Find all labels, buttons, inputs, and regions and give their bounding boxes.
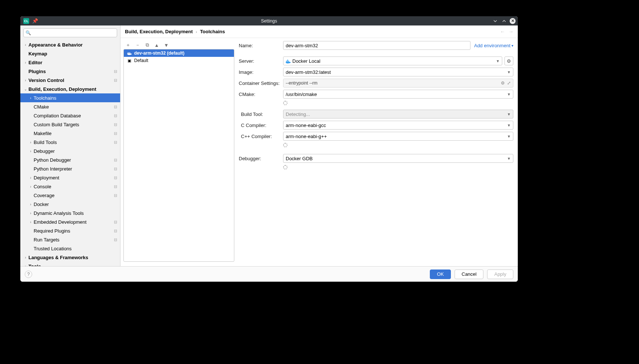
- app-icon: CL: [23, 18, 29, 24]
- down-icon[interactable]: ▼: [163, 42, 169, 48]
- tree-item-label: Console: [33, 184, 114, 189]
- tree-item[interactable]: ›Embedded Development⊟: [20, 217, 120, 226]
- search-input[interactable]: [23, 28, 117, 37]
- cmake-combo[interactable]: /usr/bin/cmake ▼: [283, 90, 513, 99]
- maximize-icon[interactable]: [501, 18, 507, 24]
- toolchain-form: Name: Add environment ▾ Server:: [239, 41, 513, 262]
- image-combo[interactable]: dev-arm-stm32:latest ▼: [283, 68, 513, 76]
- close-icon[interactable]: ✕: [510, 18, 516, 24]
- tree-item[interactable]: ›Build Tools⊟: [20, 138, 120, 147]
- tree-item-label: Python Interpreter: [33, 166, 114, 172]
- tree-item[interactable]: ›Tools: [20, 262, 120, 266]
- chevron-right-icon: ›: [28, 176, 33, 180]
- apply-button[interactable]: Apply: [487, 269, 513, 279]
- svg-rect-3: [286, 61, 287, 61]
- tree-item[interactable]: ›Keymap: [20, 49, 120, 58]
- ok-button[interactable]: OK: [430, 269, 451, 279]
- tree-item[interactable]: ›Coverage⊟: [20, 191, 120, 200]
- project-scope-icon: ⊟: [114, 69, 117, 74]
- tree-item[interactable]: ›Deployment⊟: [20, 173, 120, 182]
- debugger-label: Debugger:: [239, 156, 283, 161]
- up-icon[interactable]: ▲: [154, 42, 160, 48]
- tree-item-label: Embedded Development: [33, 219, 114, 225]
- settings-window: CL 📌 Settings ✕ 🔍 ›Appearance & Behavior…: [20, 16, 518, 282]
- remove-button[interactable]: －: [135, 42, 140, 48]
- chevron-right-icon: ›: [28, 149, 33, 153]
- server-settings-button[interactable]: ⚙: [504, 56, 513, 65]
- tree-item-label: Compilation Database: [33, 113, 114, 119]
- cxx-compiler-combo[interactable]: arm-none-eabi-g++ ▼: [283, 132, 513, 141]
- spinner-icon: [283, 143, 288, 147]
- tree-item[interactable]: ›Python Interpreter⊟: [20, 164, 120, 173]
- tree-item[interactable]: ›Plugins⊟: [20, 67, 120, 76]
- tree-item[interactable]: ⌄Build, Execution, Deployment: [20, 85, 120, 93]
- container-settings-field[interactable]: --entrypoint --rm ⚙ ⤢: [283, 79, 513, 87]
- tree-item[interactable]: ›Custom Build Targets⊟: [20, 120, 120, 129]
- add-button[interactable]: ＋: [125, 42, 131, 48]
- tree-item[interactable]: ›Required Plugins⊟: [20, 226, 120, 235]
- cancel-button[interactable]: Cancel: [455, 269, 483, 279]
- project-scope-icon: ⊟: [114, 131, 117, 136]
- c-compiler-combo[interactable]: arm-none-eabi-gcc ▼: [283, 121, 513, 130]
- tree-item-label: Debugger: [33, 148, 120, 154]
- tree-item[interactable]: ›Console⊟: [20, 182, 120, 191]
- gear-icon[interactable]: ⚙: [501, 80, 505, 86]
- tree-item-label: Version Control: [28, 78, 114, 83]
- project-scope-icon: ⊟: [114, 158, 117, 162]
- project-scope-icon: ⊟: [114, 229, 117, 233]
- settings-tree[interactable]: ›Appearance & Behavior›Keymap›Editor›Plu…: [20, 40, 120, 266]
- tree-item[interactable]: ›Dynamic Analysis Tools: [20, 209, 120, 217]
- chevron-right-icon: ›: [28, 140, 33, 144]
- back-icon[interactable]: ←: [500, 29, 505, 34]
- project-scope-icon: ⊟: [114, 237, 117, 242]
- project-scope-icon: ⊟: [114, 113, 117, 118]
- image-label: Image:: [239, 69, 283, 75]
- tree-item-label: Required Plugins: [33, 228, 114, 234]
- toolchain-list[interactable]: dev-arm-stm32 (default)▣Default: [123, 49, 234, 262]
- forward-icon[interactable]: →: [509, 29, 513, 34]
- project-scope-icon: ⊟: [114, 122, 117, 127]
- tree-item-label: CMake: [33, 104, 114, 110]
- tree-item[interactable]: ›Trusted Locations: [20, 244, 120, 253]
- tree-item[interactable]: ›Run Targets⊟: [20, 235, 120, 244]
- container-settings-label: Container Settings:: [239, 80, 283, 86]
- breadcrumb-part[interactable]: Build, Execution, Deployment: [125, 29, 193, 34]
- tree-item[interactable]: ›Debugger: [20, 147, 120, 155]
- tree-item[interactable]: ›Docker: [20, 200, 120, 209]
- expand-icon[interactable]: ⤢: [507, 80, 511, 86]
- copy-button[interactable]: ⧉: [144, 42, 150, 48]
- tree-item[interactable]: ›Languages & Frameworks: [20, 253, 120, 262]
- tree-item[interactable]: ›Python Debugger⊟: [20, 155, 120, 164]
- tree-item[interactable]: ›Appearance & Behavior: [20, 40, 120, 49]
- cmake-label: CMake:: [239, 92, 283, 97]
- tree-item[interactable]: ›Compilation Database⊟: [20, 111, 120, 120]
- add-environment-link[interactable]: Add environment ▾: [474, 43, 513, 48]
- tree-item-label: Trusted Locations: [33, 246, 120, 251]
- tree-item[interactable]: ›Toolchains: [20, 93, 120, 102]
- tree-item[interactable]: ›Makefile⊟: [20, 129, 120, 138]
- pin-icon[interactable]: 📌: [32, 18, 38, 24]
- list-item[interactable]: ▣Default: [124, 57, 234, 64]
- chevron-right-icon: ›: [23, 255, 28, 260]
- settings-sidebar: 🔍 ›Appearance & Behavior›Keymap›Editor›P…: [20, 25, 120, 266]
- tree-item-label: Makefile: [33, 131, 114, 136]
- tree-item[interactable]: ›CMake⊟: [20, 102, 120, 111]
- chevron-right-icon: ›: [23, 61, 28, 65]
- tree-item-label: Custom Build Targets: [33, 122, 114, 127]
- tree-item[interactable]: ›Version Control⊟: [20, 76, 120, 85]
- chevron-down-icon: ▾: [511, 44, 513, 48]
- buildtool-combo[interactable]: Detecting... ▼: [283, 110, 513, 119]
- debugger-combo[interactable]: Docker GDB ▼: [283, 154, 513, 163]
- breadcrumb-part: Toolchains: [200, 29, 225, 34]
- tree-item-label: Build, Execution, Deployment: [28, 86, 120, 92]
- server-combo[interactable]: Docker Local ▼: [283, 56, 502, 65]
- chevron-down-icon: ▼: [496, 59, 500, 63]
- tree-item-label: Deployment: [33, 175, 114, 181]
- minimize-icon[interactable]: [492, 18, 499, 24]
- list-item[interactable]: dev-arm-stm32 (default): [124, 49, 234, 57]
- tree-item[interactable]: ›Editor: [20, 58, 120, 67]
- tree-item-label: Languages & Frameworks: [28, 255, 120, 260]
- name-input[interactable]: [283, 41, 470, 50]
- tree-item-label: Plugins: [28, 69, 114, 74]
- help-button[interactable]: ?: [25, 271, 32, 278]
